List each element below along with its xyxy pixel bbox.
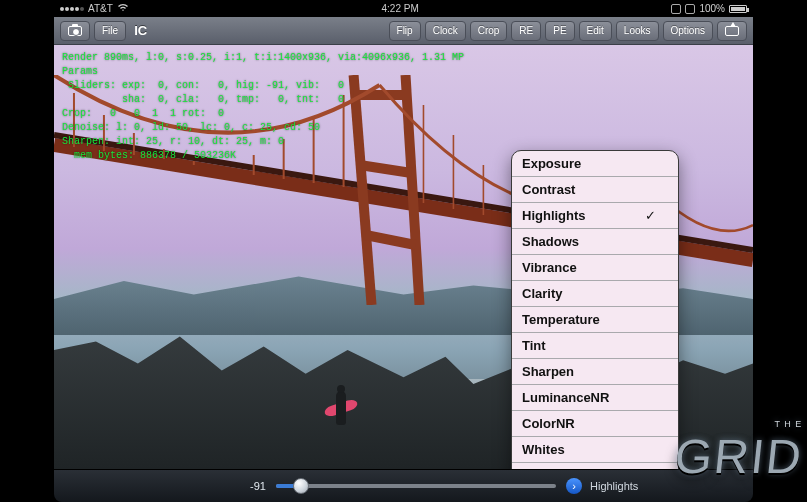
flip-button[interactable]: Flip [389,21,421,41]
popup-item-label: ColorNR [522,416,575,431]
camera-button[interactable] [60,21,90,41]
slider-value-label: -91 [224,480,266,492]
popup-item-sharpen[interactable]: Sharpen [512,359,678,385]
share-icon [725,26,739,36]
popup-item-tint[interactable]: Tint [512,333,678,359]
popup-item-vibrance[interactable]: Vibrance [512,255,678,281]
pe-button[interactable]: PE [545,21,574,41]
popup-item-shadows[interactable]: Shadows [512,229,678,255]
orientation-lock-icon [671,4,681,14]
app-title: IC [130,23,151,38]
debug-overlay: Render 890ms, l:0, s:0.25, i:1, t:i:1400… [62,51,464,163]
battery-percent-label: 100% [699,3,725,14]
grid-logo-sub: T H E [775,419,803,429]
looks-button[interactable]: Looks [616,21,659,41]
carrier-label: AT&T [88,3,113,14]
options-button[interactable]: Options [663,21,713,41]
popup-item-contrast[interactable]: Contrast [512,177,678,203]
popup-item-luminancenr[interactable]: LuminanceNR [512,385,678,411]
slider-param-label: Highlights [590,480,638,492]
popup-item-label: Vibrance [522,260,577,275]
popup-item-temperature[interactable]: Temperature [512,307,678,333]
popup-item-label: Contrast [522,182,575,197]
popup-item-label: Shadows [522,234,579,249]
checkmark-icon: ✓ [645,208,656,223]
re-button[interactable]: RE [511,21,541,41]
popup-item-colornr[interactable]: ColorNR [512,411,678,437]
grid-logo-main: GRID [672,430,806,483]
camera-icon [68,26,82,36]
param-picker-button[interactable]: › [566,478,582,494]
popup-item-highlights[interactable]: Highlights✓ [512,203,678,229]
slider-bar: -91 › Highlights [54,469,753,502]
popup-item-label: Tint [522,338,546,353]
slider-thumb[interactable] [293,478,309,494]
popup-item-label: Exposure [522,156,581,171]
popup-item-whites[interactable]: Whites [512,437,678,463]
share-button[interactable] [717,21,747,41]
signal-dots-icon [60,7,84,11]
photo-canvas[interactable]: Render 890ms, l:0, s:0.25, i:1, t:i:1400… [54,45,753,469]
crop-button[interactable]: Crop [470,21,508,41]
ipad-frame: AT&T 4:22 PM 100% File IC Flip Clock Cro… [54,0,753,502]
edit-button[interactable]: Edit [579,21,612,41]
clock-button[interactable]: Clock [425,21,466,41]
clock-label: 4:22 PM [382,3,419,14]
popup-item-label: Clarity [522,286,562,301]
adjustments-popup: ExposureContrastHighlights✓ShadowsVibran… [511,150,679,469]
file-button[interactable]: File [94,21,126,41]
popup-item-label: LuminanceNR [522,390,609,405]
popup-item-label: Temperature [522,312,600,327]
surfer-graphic [324,385,360,441]
wifi-icon [117,3,129,14]
popup-item-label: Highlights [522,208,586,223]
popup-item-label: Sharpen [522,364,574,379]
display-icon [685,4,695,14]
grid-logo: T H E GRID [672,429,806,484]
popup-item-label: Whites [522,442,565,457]
highlights-slider[interactable] [276,479,556,493]
popup-item-clarity[interactable]: Clarity [512,281,678,307]
app-toolbar: File IC Flip Clock Crop RE PE Edit Looks… [54,17,753,45]
battery-icon [729,5,747,13]
popup-item-exposure[interactable]: Exposure [512,151,678,177]
ios-status-bar: AT&T 4:22 PM 100% [54,0,753,17]
